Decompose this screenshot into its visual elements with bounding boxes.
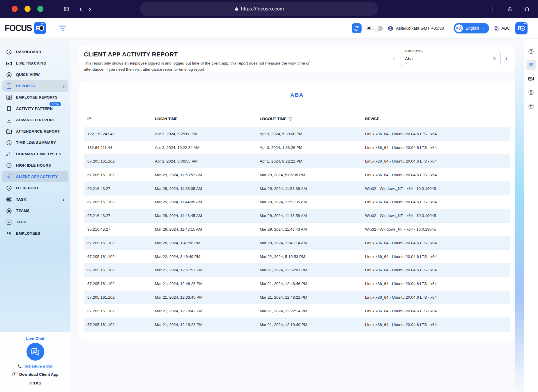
sidebar-item-high-idle-hours[interactable]: HIGH IDLE HOURS: [2, 160, 68, 171]
chevron-right-icon: ›: [63, 83, 65, 89]
cell-logout-time: Mar 29, 2024, 11:43:58 AM: [260, 213, 365, 218]
browser-back-button[interactable]: ‹: [79, 6, 82, 13]
maximize-window-button[interactable]: [37, 6, 43, 12]
info-icon[interactable]: ?: [288, 117, 293, 121]
sidebar-item-dashboard[interactable]: DASHBOARD: [2, 46, 68, 58]
cell-ip: 95.216.43.27: [87, 227, 155, 231]
sidebar-item-dormant-employees[interactable]: zZDORMANT EMPLOYEES: [2, 148, 68, 160]
sidebar-nav: DASHBOARDLIVE TRACKINGQUICK VIEWREPORTS›…: [0, 39, 70, 235]
sidebar-item-label: TIME LOG SUMMARY: [16, 140, 56, 145]
cell-device: Win32 - Windows_NT - x64 - 10.0.19045: [365, 213, 510, 218]
dark-mode-toggle[interactable]: [366, 26, 383, 31]
sidebar-item-activity-pattern[interactable]: ACTIVITY PATTERNBETA: [2, 103, 68, 114]
minimize-window-button[interactable]: [24, 6, 31, 12]
live-tracking-panel-icon[interactable]: [526, 74, 536, 84]
cell-logout-time: Apr 1, 2024, 8:22:22 PM: [260, 159, 365, 163]
logo-mark: R: [34, 22, 46, 34]
notes-panel-icon[interactable]: [526, 101, 536, 111]
previous-employee-icon[interactable]: ‹: [393, 55, 395, 62]
clock-icon: [6, 162, 12, 169]
sidebar-item-employee-reports[interactable]: EMPLOYEE REPORTS: [2, 92, 68, 103]
download-client-app-link[interactable]: Download Client App: [12, 372, 59, 377]
company-selector[interactable]: ABC: [494, 26, 510, 31]
table-header: IP LOGIN TIME LOGOUT TIME ? DEVICE: [84, 110, 510, 127]
user-avatar[interactable]: R: [515, 22, 528, 35]
sidebar-toggle-icon[interactable]: [59, 26, 66, 31]
focusro-logo[interactable]: FOCUS R: [5, 22, 46, 34]
cell-logout-time: Mar 29, 2024, 11:43:43 AM: [260, 227, 365, 231]
sidebar-item-ot-report[interactable]: OT REPORT: [2, 182, 68, 194]
table-row: 67.205.161.102Mar 29, 2024, 11:53:52 AMM…: [84, 168, 510, 182]
sidebar-item-task-13[interactable]: TASK›: [2, 194, 68, 205]
sidebar-item-attendance-report[interactable]: ATTENDANCE REPORT: [2, 126, 68, 137]
employees-panel-icon[interactable]: [526, 60, 536, 70]
svg-text:?: ?: [530, 50, 532, 53]
svg-text:Z: Z: [8, 151, 10, 155]
employee-reports-icon: [6, 94, 12, 101]
sidebar-item-time-log-summary[interactable]: TIME LOG SUMMARY: [2, 137, 68, 148]
divider: [449, 24, 449, 33]
cell-ip: 67.205.161.102: [87, 254, 155, 259]
sun-icon: [366, 26, 372, 31]
cell-device: Linux x86_64 - Ubuntu 20.04.6 LTS - x64: [365, 309, 510, 313]
sidebar-item-employees[interactable]: EMPLOYEES: [2, 228, 68, 235]
sidebar-item-live-tracking[interactable]: LIVE TRACKING: [2, 58, 68, 69]
sidebar-item-quick-view[interactable]: QUICK VIEW: [2, 69, 68, 80]
cell-ip: 67.205.161.102: [87, 200, 155, 204]
teams-icon: [6, 208, 12, 214]
table-row: 67.205.161.102Apr 1, 2024, 3:06:55 PMApr…: [84, 155, 510, 168]
live-chat-link[interactable]: Live Chat: [26, 336, 44, 341]
cell-ip: 67.205.161.102: [87, 159, 155, 163]
employee-filter: ‹ EMPLOYEE Aba ✕ ›: [393, 51, 508, 66]
quick-view-panel-icon[interactable]: [526, 87, 536, 98]
cell-logout-time: Mar 21, 2024, 12:48:46 PM: [260, 281, 365, 286]
live-tracking-icon: [6, 60, 12, 67]
sidebar-item-label: EMPLOYEE REPORTS: [16, 95, 58, 99]
share-icon[interactable]: [507, 6, 513, 12]
clear-icon[interactable]: ✕: [492, 56, 496, 62]
employee-input[interactable]: EMPLOYEE Aba ✕: [400, 51, 501, 66]
sidebar-item-label: DORMANT EMPLOYEES: [16, 152, 61, 156]
sidebar-item-reports[interactable]: REPORTS›: [2, 80, 68, 92]
building-icon: [494, 26, 499, 31]
dormant-icon: zZ: [6, 151, 12, 157]
sidebar-item-label: TASK: [16, 197, 26, 202]
column-ip: IP: [87, 117, 155, 121]
advanced-report-icon: [6, 117, 12, 123]
activity-pattern-icon: [6, 106, 12, 112]
sidebar-item-teams[interactable]: TEAMS: [2, 205, 68, 216]
sidebar-item-advanced-report[interactable]: ADVANCED REPORT: [2, 114, 68, 126]
address-bar[interactable]: https://focusro.com: [140, 2, 378, 16]
help-icon[interactable]: ?: [526, 46, 536, 57]
refresh-icon: [354, 26, 359, 31]
table-row: 95.216.43.27Mar 29, 2024, 11:43:45 AMMar…: [84, 209, 510, 223]
toggle-switch: [373, 26, 383, 31]
company-label: ABC: [501, 26, 510, 31]
language-select[interactable]: A文 English: [454, 23, 489, 33]
chevron-down-icon: [482, 26, 485, 30]
sidebar-item-label: DASHBOARD: [16, 50, 41, 54]
browser-forward-button[interactable]: ›: [89, 6, 91, 13]
refresh-button[interactable]: [352, 23, 362, 33]
table-row: 95.216.43.27Mar 29, 2024, 11:43:15 AMMar…: [84, 223, 510, 236]
employees-icon: [6, 230, 12, 236]
next-employee-icon[interactable]: ›: [505, 55, 508, 62]
sidebar-panel-icon[interactable]: [63, 6, 70, 12]
close-window-button[interactable]: [12, 6, 18, 12]
employee-input-value: Aba: [405, 56, 492, 61]
schedule-call-link[interactable]: Schedule a Call: [17, 364, 54, 369]
tabs-overview-icon[interactable]: [523, 6, 530, 12]
sidebar-item-client-app-activity[interactable]: CLIENT APP ACTIVITY: [2, 171, 68, 182]
language-label: English: [466, 26, 479, 31]
download-icon: [12, 372, 17, 377]
live-chat-button[interactable]: [26, 343, 44, 361]
new-tab-icon[interactable]: [490, 6, 496, 12]
column-login-time: LOGIN TIME: [155, 117, 260, 121]
table-row: 67.205.161.102Mar 28, 2024, 1:41:56 PMMa…: [84, 236, 510, 250]
timezone-selector[interactable]: Asia/Kolkata GMT +05:30: [387, 25, 444, 31]
cell-device: Linux x86_64 - Ubuntu 20.04.6 LTS - x64: [365, 254, 510, 259]
cell-logout-time: Mar 21, 2024, 12:48:21 PM: [260, 295, 365, 300]
cell-login-time: Mar 28, 2024, 1:41:56 PM: [155, 241, 260, 245]
window-controls: [12, 6, 43, 12]
sidebar-item-task-15[interactable]: TASK: [2, 216, 68, 228]
